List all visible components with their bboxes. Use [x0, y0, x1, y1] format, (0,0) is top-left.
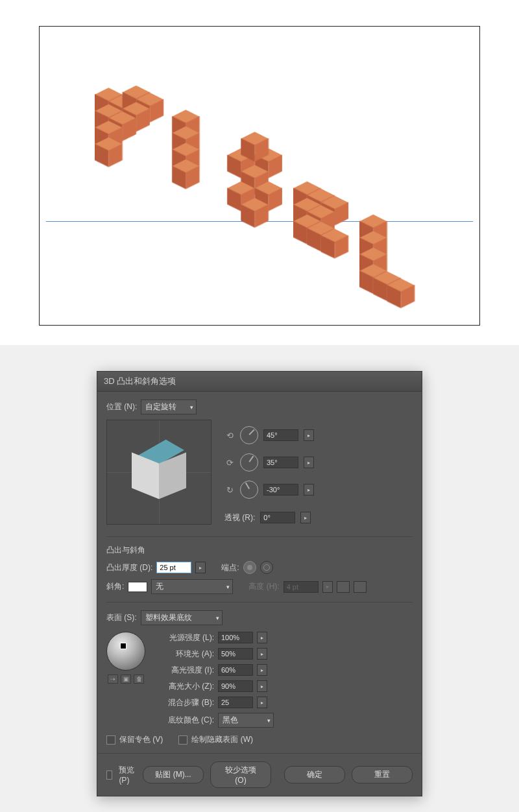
position-label: 位置 (N): [106, 401, 137, 412]
shading-color-label: 底纹颜色 (C): [156, 715, 214, 726]
bevel-swatch [128, 582, 147, 592]
rotate-y-input[interactable]: 35° [263, 457, 298, 468]
light-intensity-input[interactable]: 100% [218, 632, 253, 643]
cap-on-button[interactable] [243, 561, 256, 574]
preview-checkbox[interactable] [106, 770, 112, 780]
blend-steps-input[interactable]: 25 [218, 697, 253, 708]
perspective-stepper[interactable]: ▸ [300, 512, 311, 523]
rotate-x-dial[interactable] [240, 426, 258, 444]
blend-steps-label: 混合步骤 (B): [156, 697, 214, 708]
dialog-area: 3D 凸出和斜角选项 位置 (N): 自定旋转 [0, 345, 519, 812]
cap-off-button[interactable] [260, 561, 273, 574]
preserve-spot-label: 保留专色 (V) [119, 734, 163, 745]
light-intensity-label: 光源强度 (L): [156, 632, 214, 643]
move-light-back-icon[interactable]: ⇢ [108, 675, 118, 684]
extrude-depth-input[interactable]: 25 pt [156, 562, 191, 573]
highlight-intensity-label: 高光强度 (I): [156, 665, 214, 676]
preserve-spot-checkbox[interactable] [106, 735, 115, 745]
fewer-options-button[interactable]: 较少选项 (O) [210, 761, 271, 788]
rotate-y-icon: ⟳ [224, 457, 235, 468]
perspective-label: 透视 (R): [224, 512, 255, 523]
bevel-height-label: 高度 (H): [248, 581, 279, 592]
bevel-in-icon [337, 581, 350, 593]
cap-label: 端点: [221, 562, 239, 573]
bevel-dropdown[interactable]: 无 [151, 579, 233, 594]
bevel-height-input: 4 pt [284, 581, 319, 593]
blend-steps-stepper[interactable]: ▸ [257, 697, 267, 708]
rotation-cube-preview[interactable] [106, 420, 211, 525]
rotate-x-stepper[interactable]: ▸ [304, 429, 314, 441]
delete-light-icon[interactable]: 🗑 [134, 675, 144, 684]
ambient-input[interactable]: 50% [218, 648, 253, 660]
extrude-depth-stepper[interactable]: ▸ [195, 562, 206, 573]
surface-label: 表面 (S): [106, 612, 137, 623]
rotate-z-dial[interactable] [240, 481, 258, 499]
highlight-intensity-stepper[interactable]: ▸ [257, 664, 267, 676]
draw-hidden-checkbox[interactable] [178, 735, 187, 745]
map-art-button[interactable]: 贴图 (M)... [143, 766, 204, 783]
bevel-height-stepper: ▸ [322, 581, 333, 593]
rotate-y-stepper[interactable]: ▸ [304, 457, 314, 468]
highlight-size-stepper[interactable]: ▸ [257, 680, 267, 692]
light-point-handle[interactable] [120, 643, 127, 649]
rotate-z-stepper[interactable]: ▸ [304, 484, 314, 496]
rotate-x-input[interactable]: 45° [263, 429, 298, 441]
ambient-stepper[interactable]: ▸ [257, 648, 267, 660]
dialog-titlebar[interactable]: 3D 凸出和斜角选项 [97, 372, 422, 392]
rotate-y-dial[interactable] [240, 453, 258, 472]
shading-color-dropdown[interactable]: 黑色 [218, 713, 274, 728]
light-intensity-stepper[interactable]: ▸ [257, 632, 267, 643]
bevel-label: 斜角: [106, 581, 124, 592]
ambient-label: 环境光 (A): [156, 649, 214, 660]
ok-button[interactable]: 确定 [284, 766, 345, 783]
new-light-icon[interactable]: ▣ [121, 675, 131, 684]
canvas-area [0, 0, 519, 345]
preview-label: 预览 (P) [119, 765, 136, 785]
reset-button[interactable]: 重置 [352, 766, 413, 783]
extrude-section-title: 凸出与斜角 [106, 545, 413, 556]
position-dropdown[interactable]: 自定旋转 [141, 400, 197, 414]
artboard[interactable] [39, 26, 480, 326]
extrude-depth-label: 凸出厚度 (D): [106, 562, 152, 573]
rotate-z-input[interactable]: -30° [263, 484, 298, 496]
perspective-input[interactable]: 0° [260, 512, 295, 523]
surface-dropdown[interactable]: 塑料效果底纹 [141, 610, 223, 625]
light-sphere-preview[interactable] [106, 632, 145, 671]
extrude-bevel-dialog: 3D 凸出和斜角选项 位置 (N): 自定旋转 [97, 371, 422, 796]
highlight-intensity-input[interactable]: 60% [218, 664, 253, 676]
draw-hidden-label: 绘制隐藏表面 (W) [191, 734, 253, 745]
highlight-size-label: 高光大小 (Z): [156, 681, 214, 692]
highlight-size-input[interactable]: 90% [218, 680, 253, 692]
bevel-out-icon [354, 581, 367, 593]
rotate-x-icon: ⟲ [224, 430, 235, 440]
rotate-z-icon: ↻ [224, 484, 235, 495]
